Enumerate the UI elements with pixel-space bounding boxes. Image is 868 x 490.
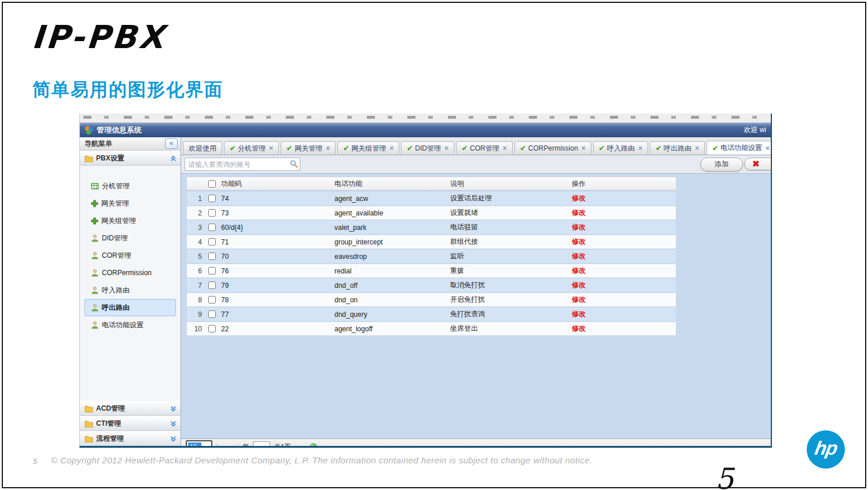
tab-gateway-group-mgmt[interactable]: ✔ 网关组管理 × (337, 141, 399, 155)
search-input[interactable] (185, 160, 286, 169)
sidebar-section-cti[interactable]: CTI管理 (80, 416, 181, 431)
row-checkbox[interactable] (208, 238, 216, 246)
sidebar-item-phone-feature-settings[interactable]: 电话功能设置 (84, 316, 176, 334)
sidebar-item-did-mgmt[interactable]: DID管理 (84, 229, 176, 247)
tab-close-icon[interactable]: × (269, 144, 273, 152)
tab-welcome[interactable]: 欢迎使用 (183, 141, 222, 155)
cell-func: valet_park (334, 224, 450, 232)
check-icon: ✔ (462, 144, 468, 152)
modify-link[interactable]: 修改 (572, 222, 676, 232)
modify-link[interactable]: 修改 (572, 324, 676, 334)
tab-close-icon[interactable]: × (638, 144, 642, 152)
search-icon[interactable] (290, 160, 298, 170)
modify-link[interactable]: 修改 (572, 309, 676, 319)
row-checkbox[interactable] (208, 253, 216, 260)
first-page-icon[interactable]: « (222, 443, 226, 448)
tab-close-icon[interactable]: × (582, 144, 586, 152)
chevron-down-icon[interactable] (170, 436, 176, 442)
row-checkbox[interactable] (208, 267, 216, 275)
tab-outbound-route[interactable]: ✔ 呼出路由 × (650, 141, 705, 155)
tab-gateway-mgmt[interactable]: ✔ 网关管理 × (281, 141, 336, 155)
chevron-down-icon[interactable] (170, 420, 176, 427)
row-checkbox[interactable] (208, 310, 216, 318)
hp-logo: hp (807, 430, 845, 469)
divider: | (216, 443, 218, 448)
modify-link[interactable]: 修改 (572, 237, 676, 247)
cell-func: redial (334, 267, 450, 275)
sidebar-item-inbound-route[interactable]: 呼入路由 (84, 281, 176, 299)
tab-label: 网关组管理 (351, 144, 386, 153)
modify-link[interactable]: 修改 (572, 266, 676, 276)
tab-cor-mgmt[interactable]: ✔ COR管理 × (456, 141, 513, 155)
row-number: 8 (187, 296, 204, 304)
tab-close-icon[interactable]: × (695, 144, 699, 152)
welcome-text: 欢迎 wi (744, 125, 766, 135)
sidebar-item-extension-mgmt[interactable]: 分机管理 (84, 177, 176, 195)
sidebar-item-label: COR管理 (102, 251, 131, 261)
sidebar-section-acd[interactable]: ACD管理 (80, 401, 181, 416)
select-all-checkbox[interactable] (208, 180, 216, 188)
modify-link[interactable]: 修改 (572, 251, 676, 261)
sidebar-item-outbound-route[interactable]: 呼出路由 (84, 299, 176, 316)
cell-code: 77 (219, 310, 334, 319)
check-icon: ✔ (599, 144, 605, 152)
row-checkbox[interactable] (208, 195, 216, 202)
row-checkbox[interactable] (208, 325, 216, 332)
extension-grid-icon (91, 182, 99, 190)
row-number: 7 (187, 281, 204, 290)
next-page-icon[interactable]: › (295, 443, 297, 448)
folder-icon (84, 155, 93, 162)
row-checkbox[interactable] (208, 296, 216, 303)
tab-extension-mgmt[interactable]: ✔ 分机管理 × (224, 141, 279, 155)
tab-label: DID管理 (415, 144, 441, 153)
sidebar-section-label: PBX设置 (96, 153, 124, 163)
cell-func: agent_acw (334, 195, 450, 203)
cell-code: 74 (219, 195, 334, 203)
page-jump-input[interactable] (253, 441, 270, 448)
tab-close-icon[interactable]: × (503, 144, 507, 152)
tab-close-icon[interactable]: × (444, 144, 448, 152)
add-button[interactable]: 添加 (700, 158, 743, 171)
modify-link[interactable]: 修改 (572, 295, 676, 305)
slide-subtitle: 简单易用的图形化界面 (32, 78, 223, 102)
tab-close-icon[interactable]: × (766, 144, 770, 152)
tab-close-icon[interactable]: × (326, 144, 330, 152)
user-icon (91, 286, 99, 294)
delete-button[interactable]: ✖ (744, 158, 772, 170)
tab-label: CORPermission (528, 144, 578, 152)
sidebar-section-pbx[interactable]: PBX设置 (80, 151, 181, 166)
row-checkbox[interactable] (208, 281, 216, 289)
prev-page-icon[interactable]: ‹ (230, 443, 233, 448)
tab-inbound-route[interactable]: ✔ 呼入路由 × (593, 141, 648, 155)
row-checkbox[interactable] (208, 224, 216, 231)
tab-close-icon[interactable]: × (389, 144, 393, 152)
tab-label: 电话功能设置 (720, 143, 762, 153)
sidebar-item-gateway-group-mgmt[interactable]: 网关组管理 (84, 212, 176, 229)
sidebar-item-label: 分机管理 (102, 181, 130, 191)
table-row: 7 79 dnd_off 取消免打扰 修改 (187, 279, 676, 292)
tab-corpermission[interactable]: ✔ CORPermission × (514, 141, 591, 155)
last-page-icon[interactable]: » (301, 443, 306, 448)
page-size-select[interactable]: 10 (186, 440, 212, 448)
sidebar-section-process[interactable]: 流程管理 (80, 431, 181, 446)
row-checkbox[interactable] (208, 209, 216, 217)
table-row: 2 73 agent_available 设置就绪 修改 (187, 206, 676, 220)
app-title: 管理信息系统 (97, 125, 142, 136)
cell-code: 22 (219, 325, 334, 333)
sidebar-collapse-button[interactable]: « (165, 138, 178, 149)
sidebar-item-gateway-mgmt[interactable]: 网关管理 (84, 195, 176, 212)
modify-link[interactable]: 修改 (572, 280, 676, 290)
table-header-row: 功能码 电话功能 说明 操作 (187, 177, 676, 191)
chevron-down-icon[interactable] (170, 405, 176, 412)
sidebar-item-corpermission[interactable]: CORPermission (84, 264, 176, 281)
tab-did-mgmt[interactable]: ✔ DID管理 × (401, 141, 454, 155)
sidebar-item-cor-mgmt[interactable]: COR管理 (84, 247, 176, 264)
chevron-up-icon[interactable] (170, 155, 176, 162)
tab-phone-feature-settings[interactable]: ✔ 电话功能设置 × (707, 141, 771, 155)
modify-link[interactable]: 修改 (572, 193, 676, 203)
user-icon (91, 251, 99, 259)
modify-link[interactable]: 修改 (572, 208, 676, 218)
refresh-icon[interactable] (310, 443, 317, 448)
sidebar-item-label: 网关管理 (101, 199, 129, 209)
cell-code: 79 (219, 281, 334, 290)
